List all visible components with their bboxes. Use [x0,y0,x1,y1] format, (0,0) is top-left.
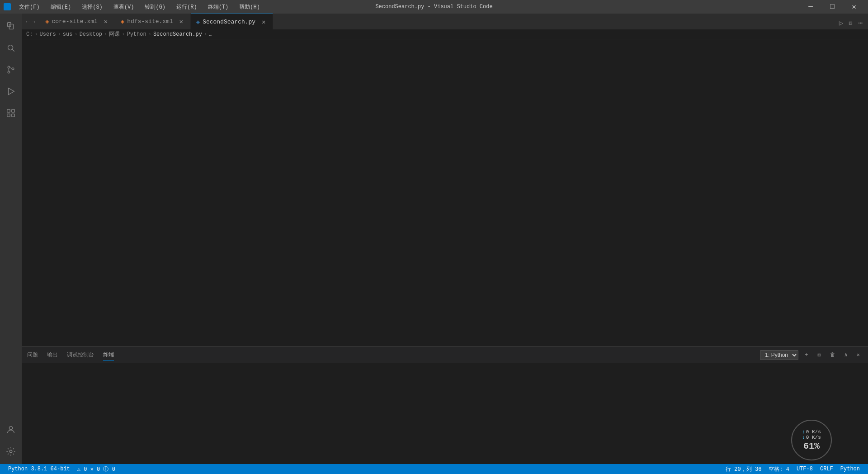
line-numbers [22,39,45,346]
terminal-content[interactable] [22,363,868,464]
menu-file[interactable]: 文件(F) [16,2,42,12]
tab-close-icon-3[interactable]: ✕ [260,18,267,25]
explorer-icon[interactable] [0,15,22,37]
svg-rect-11 [12,114,14,117]
status-line-col[interactable]: 行 20，列 36 [722,464,765,474]
tab-label: SecondSearch.py [203,19,255,25]
window-controls: ─ □ ✕ [800,0,864,14]
line-col-label: 行 20，列 36 [726,465,761,473]
menu-terminal[interactable]: 终端(T) [205,2,231,12]
back-icon[interactable]: ← [26,18,30,25]
status-errors[interactable]: ⚠ 0 ✕ 0 ⓘ 0 [74,464,119,474]
breadcrumb-c[interactable]: C: [26,31,33,38]
download-speed: ↓ 0 K/s [802,435,821,440]
svg-point-6 [12,68,14,70]
breadcrumb-python[interactable]: Python [127,31,146,38]
breadcrumb-users[interactable]: Users [40,31,56,38]
status-encoding[interactable]: UTF-8 [793,464,816,474]
language-label: Python [840,466,860,472]
python-version-label: Python 3.8.1 64-bit [8,466,70,472]
menu-view[interactable]: 查看(V) [111,2,137,12]
window-title: SecondSearch.py - Visual Studio Code [375,4,492,10]
main-app: ← → ◈ core-site.xml ✕ ◈ hdfs-site.xml ✕ … [0,14,868,464]
app-icon [4,3,11,10]
status-python-version[interactable]: Python 3.8.1 64-bit [5,464,74,474]
activity-bar-bottom [0,419,22,462]
tab-close-icon[interactable]: ✕ [102,18,109,25]
xml-icon: ◈ [45,18,49,25]
terminal-instance-select[interactable]: 1: Python [760,350,798,360]
maximize-button[interactable]: □ [822,0,843,14]
tab-label: core-site.xml [52,18,97,25]
account-icon[interactable] [0,419,22,441]
svg-point-12 [9,427,12,430]
terminal-close-btn[interactable]: ✕ [854,351,863,359]
activity-bar [0,14,22,464]
code-area[interactable] [45,39,832,346]
status-language[interactable]: Python [837,464,863,474]
breadcrumb-file[interactable]: SecondSearch.py [153,31,202,38]
svg-point-13 [9,450,12,453]
svg-rect-8 [7,109,10,112]
forward-icon[interactable]: → [32,18,35,25]
errors-label: ⚠ 0 ✕ 0 ⓘ 0 [77,465,115,473]
run-debug-icon[interactable] [0,81,22,102]
tab-core-site[interactable]: ◈ core-site.xml ✕ [40,14,115,29]
network-percent: 61% [803,441,820,451]
editor-area: ← → ◈ core-site.xml ✕ ◈ hdfs-site.xml ✕ … [22,14,868,464]
terminal-tab-debug[interactable]: 调试控制台 [67,349,94,360]
status-eol[interactable]: CRLF [816,464,837,474]
terminal-tab-terminal[interactable]: 终端 [103,349,114,361]
minimap [832,39,868,346]
terminal-tab-problems[interactable]: 问题 [27,349,38,360]
xml-icon-2: ◈ [121,18,124,25]
breadcrumb-wangke[interactable]: 网课 [109,30,120,38]
status-spaces[interactable]: 空格: 4 [765,464,793,474]
tab-bar: ← → ◈ core-site.xml ✕ ◈ hdfs-site.xml ✕ … [22,14,868,29]
menu-select[interactable]: 选择(S) [79,2,105,12]
terminal-tab-output[interactable]: 输出 [47,349,58,360]
more-actions-icon[interactable]: ⋯ [856,17,864,29]
menu-help[interactable]: 帮助(H) [236,2,263,12]
terminal-header-right: 1: Python + ⧈ 🗑 ∧ ✕ [760,350,863,360]
terminal-header: 问题 输出 调试控制台 终端 1: Python + ⧈ 🗑 ∧ ✕ [22,347,868,363]
tab-close-icon-2[interactable]: ✕ [178,18,185,25]
svg-line-3 [12,49,14,51]
breadcrumb-dots: … [209,31,212,38]
breadcrumb-desktop[interactable]: Desktop [80,31,102,38]
terminal-add-btn[interactable]: + [802,351,811,359]
svg-point-4 [8,66,10,68]
breadcrumb: C: › Users › sus › Desktop › 网课 › Python… [22,29,868,39]
menu-run[interactable]: 运行(R) [174,2,200,12]
terminal-split-btn[interactable]: ⧈ [815,351,824,359]
tab-hdfs-site[interactable]: ◈ hdfs-site.xml ✕ [115,14,191,29]
tab-label: hdfs-site.xml [127,18,173,25]
title-bar: 文件(F) 编辑(E) 选择(S) 查看(V) 转到(G) 运行(R) 终端(T… [0,0,868,14]
eol-label: CRLF [820,466,833,472]
tab-second-search[interactable]: ◈ SecondSearch.py ✕ [191,14,273,29]
run-file-icon[interactable]: ▷ [837,17,845,29]
close-button[interactable]: ✕ [844,0,864,14]
spaces-label: 空格: 4 [769,465,789,473]
extensions-icon[interactable] [0,102,22,124]
status-bar: Python 3.8.1 64-bit ⚠ 0 ✕ 0 ⓘ 0 行 20，列 3… [0,464,868,474]
upload-speed: ↑ 0 K/s [802,429,821,435]
breadcrumb-sus[interactable]: sus [63,31,73,38]
status-right: 行 20，列 36 空格: 4 UTF-8 CRLF Python [722,464,863,474]
terminal-chevron-up-btn[interactable]: ∧ [842,351,850,359]
title-bar-menu: 文件(F) 编辑(E) 选择(S) 查看(V) 转到(G) 运行(R) 终端(T… [4,2,263,12]
terminal-trash-btn[interactable]: 🗑 [827,351,838,359]
svg-rect-9 [12,109,14,112]
menu-edit[interactable]: 编辑(E) [48,2,74,12]
minimize-button[interactable]: ─ [800,0,821,14]
editor-content [22,39,868,346]
encoding-label: UTF-8 [797,466,813,472]
search-icon[interactable] [0,37,22,59]
menu-goto[interactable]: 转到(G) [142,2,168,12]
settings-icon[interactable] [0,441,22,462]
svg-rect-10 [7,114,10,117]
split-editor-icon[interactable]: ⧈ [847,18,854,28]
terminal-panel: 问题 输出 调试控制台 终端 1: Python + ⧈ 🗑 ∧ ✕ [22,346,868,464]
network-monitor: ↑ 0 K/s ↓ 0 K/s 61% [791,420,832,460]
source-control-icon[interactable] [0,59,22,81]
